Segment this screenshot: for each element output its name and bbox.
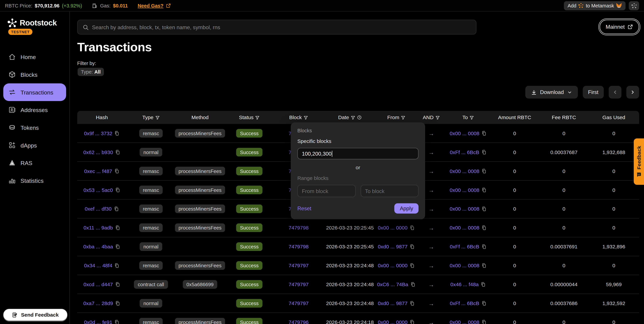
- apply-button[interactable]: Apply: [394, 203, 418, 214]
- block-link[interactable]: 7479797: [288, 300, 308, 306]
- to-address-link[interactable]: 0x00 ... 0008: [450, 225, 480, 230]
- copy-icon[interactable]: [481, 282, 486, 287]
- copy-icon[interactable]: [481, 150, 487, 155]
- sidebar-item-ras[interactable]: RAS: [3, 154, 66, 172]
- copy-icon[interactable]: [410, 300, 415, 306]
- specific-blocks-input[interactable]: 100,200,300: [297, 148, 418, 159]
- to-address-link[interactable]: 0x00 ... 0008: [450, 130, 480, 136]
- copy-icon[interactable]: [482, 206, 487, 212]
- block-link[interactable]: 7479797: [288, 282, 308, 287]
- copy-icon[interactable]: [482, 320, 487, 324]
- copy-icon[interactable]: [115, 187, 120, 193]
- to-address-link[interactable]: 0x46 ... f48a: [450, 282, 478, 287]
- block-link[interactable]: 7479796: [288, 319, 308, 324]
- sidebar-item-blocks[interactable]: Blocks: [3, 66, 66, 83]
- copy-icon[interactable]: [114, 320, 120, 324]
- clock-icon[interactable]: [357, 115, 362, 120]
- block-link[interactable]: 7479798: [288, 225, 308, 230]
- to-block-input[interactable]: [360, 185, 418, 197]
- type-filter-icon[interactable]: [155, 115, 160, 120]
- tx-hash-link[interactable]: 0xcd ... d447: [84, 282, 113, 287]
- copy-icon[interactable]: [115, 225, 120, 230]
- from-address-link[interactable]: 0xC6 ... 74Ba: [377, 282, 408, 287]
- to-address-link[interactable]: 0x00 ... 0008: [450, 187, 480, 193]
- tx-hash-link[interactable]: 0xa7 ... 28d9: [83, 300, 113, 306]
- tx-hash-link[interactable]: 0x53 ... 5ac0: [84, 187, 113, 193]
- first-page-button[interactable]: First: [583, 86, 604, 98]
- copy-icon[interactable]: [482, 168, 487, 174]
- tx-hash-link[interactable]: 0xef ... df30: [85, 206, 112, 212]
- from-address-link[interactable]: 0x00 ... 0000: [378, 262, 408, 268]
- to-address-link[interactable]: 0xFf ... 6BcB: [450, 149, 479, 155]
- previous-page-button[interactable]: [609, 86, 622, 98]
- copy-icon[interactable]: [482, 130, 487, 136]
- copy-icon[interactable]: [114, 130, 120, 136]
- reset-button[interactable]: Reset: [297, 205, 311, 212]
- to-address-link[interactable]: 0x00 ... 0008: [450, 262, 480, 268]
- copy-icon[interactable]: [410, 263, 415, 268]
- to-address-link[interactable]: 0xFf ... 6BcB: [450, 244, 479, 250]
- tx-hash-link[interactable]: 0xba ... 4baa: [83, 244, 113, 250]
- copy-icon[interactable]: [482, 225, 487, 230]
- download-button[interactable]: Download: [525, 86, 578, 98]
- copy-icon[interactable]: [115, 150, 120, 155]
- to-address-link[interactable]: 0xFf ... 6BcB: [450, 300, 479, 306]
- to-filter-icon[interactable]: [470, 115, 474, 120]
- to-address-link[interactable]: 0x00 ... 0008: [450, 168, 480, 174]
- brand[interactable]: Rootstock: [8, 18, 57, 28]
- date-filter-icon[interactable]: [351, 115, 355, 120]
- from-address-link[interactable]: 0x00 ... 0000: [378, 319, 408, 324]
- rootstock-token-button[interactable]: [629, 1, 639, 10]
- next-page-button[interactable]: [626, 86, 639, 98]
- from-address-link[interactable]: 0xd0 ... 9877: [378, 300, 408, 306]
- tx-hash-link[interactable]: 0x62 ... b930: [83, 149, 113, 155]
- need-gas-link[interactable]: Need Gas?: [138, 3, 164, 8]
- copy-icon[interactable]: [481, 300, 487, 306]
- tx-hash-link[interactable]: 0x0d ... fe91: [84, 319, 112, 324]
- feedback-tab[interactable]: Feedback: [634, 138, 644, 185]
- from-block-input[interactable]: [297, 185, 356, 197]
- table-row: 0x11 ... 9adb remasc processMinersFees S…: [77, 218, 639, 238]
- tx-hash-link[interactable]: 0x9f ... 3732: [84, 130, 112, 136]
- copy-icon[interactable]: [115, 244, 120, 250]
- block-filter-icon[interactable]: [304, 115, 308, 120]
- copy-icon[interactable]: [115, 300, 120, 306]
- copy-icon[interactable]: [410, 244, 415, 250]
- search-input[interactable]: [92, 24, 471, 30]
- sidebar-item-statistics[interactable]: Statistics: [3, 172, 66, 189]
- copy-icon[interactable]: [482, 263, 487, 268]
- network-switch-button[interactable]: Mainnet: [600, 20, 639, 34]
- copy-icon[interactable]: [410, 225, 415, 230]
- from-address-link[interactable]: 0x00 ... 0000: [378, 225, 408, 230]
- to-address-link[interactable]: 0x00 ... 0008: [450, 319, 480, 324]
- sidebar-item-transactions[interactable]: Transactions: [3, 83, 66, 101]
- block-link[interactable]: 7479798: [288, 244, 308, 250]
- sidebar-item-dapps[interactable]: dApps: [3, 136, 66, 154]
- to-address-link[interactable]: 0x00 ... 0008: [450, 206, 480, 212]
- feedback-pencil-icon: [12, 312, 18, 318]
- copy-icon[interactable]: [482, 187, 487, 193]
- block-link[interactable]: 7479797: [288, 262, 308, 268]
- copy-icon[interactable]: [115, 282, 120, 287]
- page-title: Transactions: [77, 40, 152, 54]
- from-address-link[interactable]: 0xd0 ... 9877: [378, 244, 408, 250]
- copy-icon[interactable]: [410, 282, 416, 287]
- tx-hash-link[interactable]: 0xec ... f487: [84, 168, 112, 174]
- rootstock-explorer-app: RBTC Price: $70,912.96 (+3.92%) Gas: $0.…: [0, 0, 644, 324]
- from-filter-icon[interactable]: [401, 115, 405, 120]
- status-filter-icon[interactable]: [255, 115, 260, 120]
- send-feedback-button[interactable]: Send Feedback: [3, 309, 67, 321]
- add-to-metamask-button[interactable]: Add to Metamask: [564, 1, 626, 10]
- tx-hash-link[interactable]: 0x11 ... 9adb: [84, 225, 113, 230]
- copy-icon[interactable]: [114, 206, 119, 212]
- copy-icon[interactable]: [410, 320, 415, 324]
- copy-icon[interactable]: [114, 168, 120, 174]
- sidebar-item-addresses[interactable]: Addresses: [3, 101, 66, 119]
- sidebar-item-home[interactable]: Home: [3, 48, 66, 66]
- and-filter-icon[interactable]: [435, 115, 440, 120]
- tx-hash-link[interactable]: 0x34 ... 48f4: [84, 262, 112, 268]
- copy-icon[interactable]: [114, 263, 120, 268]
- sidebar-item-tokens[interactable]: Tokens: [3, 119, 66, 136]
- type-filter-chip[interactable]: Type: All: [78, 68, 104, 76]
- copy-icon[interactable]: [481, 244, 487, 250]
